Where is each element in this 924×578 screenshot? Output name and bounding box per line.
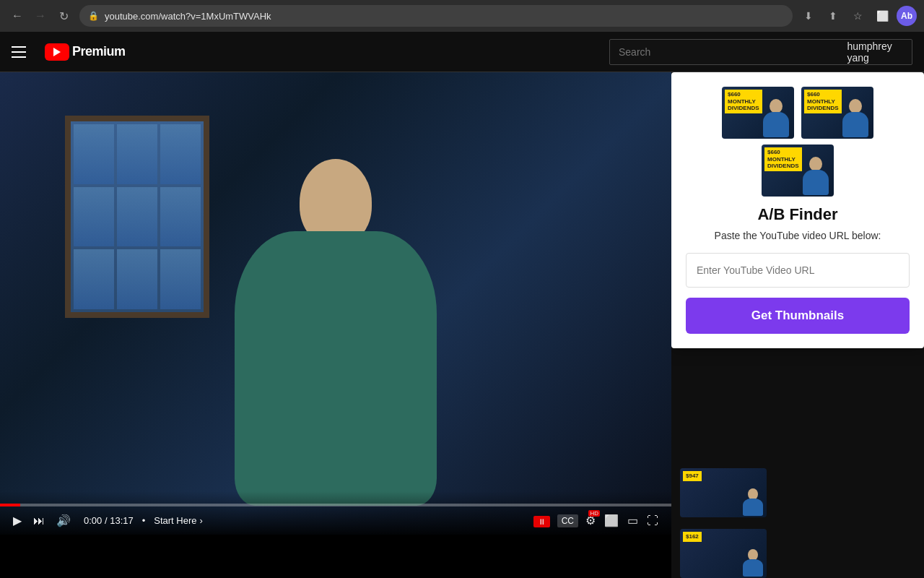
sidebar-body-2 — [743, 559, 763, 577]
get-thumbnails-button[interactable]: Get Thumbnails — [686, 298, 910, 334]
time-current: 0:00 — [84, 515, 102, 526]
youtube-logo-text: Premium — [72, 44, 126, 59]
share-icon: ⬆ — [829, 10, 837, 22]
forward-icon: → — [35, 9, 46, 22]
pause-icon: ⏸ — [533, 516, 550, 527]
window-pane — [74, 187, 114, 247]
thumb-head-1 — [770, 99, 783, 113]
video-background — [0, 72, 671, 535]
main-content: ▶ ⏭ 🔊 0:00 / 13:17 • Start Here › — [0, 72, 924, 578]
thumbnail-item-2: $660MONTHLYDIVIDENDS — [801, 87, 873, 139]
refresh-button[interactable]: ↻ — [53, 6, 74, 26]
forward-button[interactable]: → — [30, 6, 51, 26]
window-pane — [117, 124, 157, 184]
thumb-person-3 — [801, 157, 830, 197]
get-thumbnails-label: Get Thumbnails — [751, 309, 844, 322]
theater-button[interactable]: ▭ — [626, 512, 640, 529]
pause-button[interactable]: ⏸ — [532, 513, 552, 529]
hamburger-line — [12, 51, 26, 53]
play-button[interactable]: ▶ — [12, 512, 23, 529]
search-input[interactable] — [619, 46, 847, 58]
settings-button[interactable]: ⚙ HD — [584, 512, 597, 529]
miniplayer-button[interactable]: ⬜ — [603, 512, 620, 529]
youtube-logo-icon — [45, 43, 69, 61]
settings-icon: ⚙ HD — [585, 514, 596, 527]
window-pane — [117, 249, 157, 309]
bookmark-button[interactable]: ☆ — [847, 6, 868, 26]
person-silhouette — [155, 116, 516, 535]
ab-finder-popup: $660MONTHLYDIVIDENDS $660MONTHLYDIVIDEND… — [671, 72, 924, 348]
youtube-header: Premium humphrey yang — [0, 32, 924, 72]
back-button[interactable]: ← — [7, 6, 27, 26]
address-bar[interactable]: 🔒 youtube.com/watch?v=1MxUmTWVAHk — [79, 5, 793, 27]
thumb-bg-1: $660MONTHLYDIVIDENDS — [722, 87, 794, 139]
youtube-logo[interactable]: Premium — [45, 43, 126, 61]
sidebar-thumb-2: $162 — [680, 529, 767, 578]
progress-fill — [0, 504, 20, 506]
hamburger-menu[interactable] — [12, 41, 33, 63]
thumb-body-3 — [803, 170, 829, 195]
thumb-person-1 — [762, 99, 790, 139]
sidebar-thumb-bg-1: $947 — [680, 468, 767, 517]
video-controls: ▶ ⏭ 🔊 0:00 / 13:17 • Start Here › — [0, 491, 671, 535]
progress-bar[interactable] — [0, 504, 671, 506]
avatar-label: Ab — [901, 11, 912, 21]
person-body — [235, 231, 437, 506]
browser-actions: ⬇ ⬆ ☆ ⬜ Ab — [798, 6, 917, 26]
share-button[interactable]: ⬆ — [823, 6, 843, 26]
youtube-search-bar[interactable]: humphrey yang — [609, 39, 912, 65]
thumb-person-2 — [841, 99, 870, 139]
sidebar-thumb-label-2: $162 — [683, 532, 702, 542]
search-query-text: humphrey yang — [847, 40, 903, 64]
thumbnail-item-3: $660MONTHLYDIVIDENDS — [762, 144, 834, 197]
thumb-bg-2: $660MONTHLYDIVIDENDS — [801, 87, 873, 139]
window-pane — [117, 187, 157, 247]
controls-right: ⏸ CC ⚙ HD ⬜ ▭ — [532, 512, 660, 529]
theater-icon: ▭ — [627, 514, 638, 527]
video-thumbnail — [0, 72, 671, 535]
thumbnails-row-center: $660MONTHLYDIVIDENDS — [686, 144, 910, 197]
url-input[interactable] — [686, 253, 910, 288]
volume-icon: 🔊 — [56, 514, 71, 527]
tab-icon: ⬜ — [876, 10, 889, 22]
ab-finder-subtitle: Paste the YouTube video URL below: — [686, 230, 910, 241]
ab-finder-title: A/B Finder — [686, 205, 910, 224]
thumb-head-2 — [849, 99, 862, 113]
chapter-arrow-icon: › — [200, 515, 203, 526]
skip-button[interactable]: ⏭ — [32, 513, 46, 529]
window-pane — [74, 124, 114, 184]
sidebar-video-item-2[interactable]: $162 — [671, 523, 924, 578]
time-display: 0:00 / 13:17 — [84, 515, 134, 526]
controls-row: ▶ ⏭ 🔊 0:00 / 13:17 • Start Here › — [0, 512, 671, 529]
fullscreen-icon: ⛶ — [647, 514, 658, 527]
refresh-icon: ↻ — [59, 9, 69, 23]
sidebar-thumb-bg-2: $162 — [680, 529, 767, 578]
tab-button[interactable]: ⬜ — [872, 6, 892, 26]
video-player[interactable]: ▶ ⏭ 🔊 0:00 / 13:17 • Start Here › — [0, 72, 671, 578]
sidebar-body-1 — [743, 499, 763, 516]
miniplayer-icon: ⬜ — [604, 514, 619, 527]
chapter-text: Start Here — [154, 515, 196, 526]
back-icon: ← — [12, 9, 23, 22]
chapter-separator: • — [142, 515, 146, 526]
download-icon: ⬇ — [804, 10, 813, 22]
star-icon: ☆ — [853, 10, 863, 22]
window-pane — [74, 249, 114, 309]
play-icon: ▶ — [13, 514, 22, 527]
cc-button[interactable]: CC — [557, 514, 578, 527]
nav-buttons: ← → ↻ — [7, 6, 74, 26]
sidebar-person-1 — [742, 488, 764, 517]
thumb-head-3 — [809, 157, 822, 171]
url-text: youtube.com/watch?v=1MxUmTWVAHk — [105, 11, 271, 22]
fullscreen-button[interactable]: ⛶ — [645, 513, 660, 529]
thumb-bg-3: $660MONTHLYDIVIDENDS — [762, 144, 834, 197]
volume-button[interactable]: 🔊 — [55, 512, 72, 529]
cc-icon: CC — [562, 516, 574, 526]
sidebar-thumb-1: $947 — [680, 468, 767, 517]
download-button[interactable]: ⬇ — [798, 6, 819, 26]
sidebar: $660MONTHLYDIVIDENDS $660MONTHLYDIVIDEND… — [671, 72, 924, 578]
chapter-label: Start Here › — [154, 515, 203, 526]
sidebar-video-item-1[interactable]: $947 — [671, 462, 924, 523]
profile-button[interactable]: Ab — [897, 6, 917, 26]
browser-chrome: ← → ↻ 🔒 youtube.com/watch?v=1MxUmTWVAHk … — [0, 0, 924, 32]
